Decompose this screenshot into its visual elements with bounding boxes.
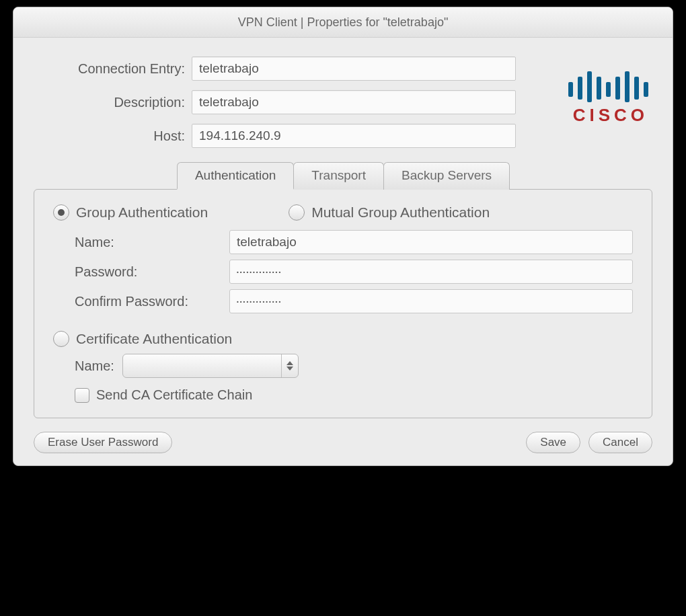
group-confirm-label: Confirm Password: [75, 294, 229, 309]
group-confirm-input[interactable] [229, 289, 633, 313]
dialog-body: Connection Entry: Description: Host: [13, 38, 673, 465]
description-input[interactable] [192, 90, 516, 114]
row-group-name: Name: [75, 230, 633, 254]
combo-stepper-icon [281, 354, 298, 377]
tab-region: Authentication Transport Backup Servers … [34, 161, 652, 418]
group-password-label: Password: [75, 264, 229, 280]
row-cert-name: Name: [75, 354, 633, 378]
authentication-panel: Group Authentication Mutual Group Authen… [34, 189, 652, 418]
erase-user-password-button[interactable]: Erase User Password [34, 432, 172, 453]
top-form: Connection Entry: Description: Host: [34, 56, 534, 157]
titlebar: VPN Client | Properties for "teletrabajo… [13, 7, 673, 38]
radio-icon [53, 331, 69, 347]
row-host: Host: [34, 124, 534, 148]
connection-entry-label: Connection Entry: [34, 61, 192, 77]
group-name-input[interactable] [229, 230, 633, 254]
radio-mutual-group-auth[interactable]: Mutual Group Authentication [289, 204, 490, 221]
host-label: Host: [34, 128, 192, 144]
description-label: Description: [34, 95, 192, 110]
send-ca-checkbox-row[interactable]: Send CA Certificate Chain [75, 387, 633, 403]
checkbox-icon [75, 388, 89, 403]
cancel-button[interactable]: Cancel [588, 432, 652, 453]
cisco-brand-text: CISCO [534, 105, 648, 126]
cert-name-label: Name: [75, 358, 114, 374]
connection-entry-input[interactable] [192, 56, 516, 81]
save-button[interactable]: Save [526, 432, 580, 453]
row-group-confirm: Confirm Password: [75, 289, 633, 313]
cisco-bars-icon [534, 71, 648, 102]
tab-transport[interactable]: Transport [293, 162, 384, 190]
radio-icon [53, 204, 69, 221]
button-row: Erase User Password Save Cancel [34, 432, 652, 453]
group-name-label: Name: [75, 235, 229, 250]
radio-icon [289, 204, 305, 221]
send-ca-label: Send CA Certificate Chain [96, 387, 252, 403]
row-connection-entry: Connection Entry: [34, 56, 534, 81]
certificate-section: Certificate Authentication Name: [53, 331, 633, 403]
cisco-logo: CISCO [534, 56, 652, 126]
radio-group-auth[interactable]: Group Authentication [53, 204, 208, 221]
tab-row: Authentication Transport Backup Servers [34, 161, 652, 189]
tab-backup-servers[interactable]: Backup Servers [383, 162, 510, 190]
auth-type-radio-row: Group Authentication Mutual Group Authen… [53, 204, 633, 221]
svg-marker-0 [287, 361, 293, 365]
tab-authentication[interactable]: Authentication [177, 162, 294, 190]
group-password-input[interactable] [229, 260, 633, 284]
radio-certificate-auth[interactable]: Certificate Authentication [53, 331, 633, 347]
svg-marker-1 [287, 367, 293, 371]
radio-mutual-group-auth-label: Mutual Group Authentication [311, 204, 490, 221]
radio-certificate-auth-label: Certificate Authentication [76, 331, 232, 347]
properties-dialog: VPN Client | Properties for "teletrabajo… [13, 7, 673, 466]
radio-group-auth-label: Group Authentication [76, 204, 208, 221]
cert-name-combo[interactable] [122, 354, 299, 378]
row-description: Description: [34, 90, 534, 114]
window-title: VPN Client | Properties for "teletrabajo… [238, 15, 449, 30]
group-auth-fields: Name: Password: Confirm Password: [75, 230, 633, 313]
top-area: Connection Entry: Description: Host: [34, 56, 652, 157]
host-input[interactable] [192, 124, 516, 148]
row-group-password: Password: [75, 260, 633, 284]
